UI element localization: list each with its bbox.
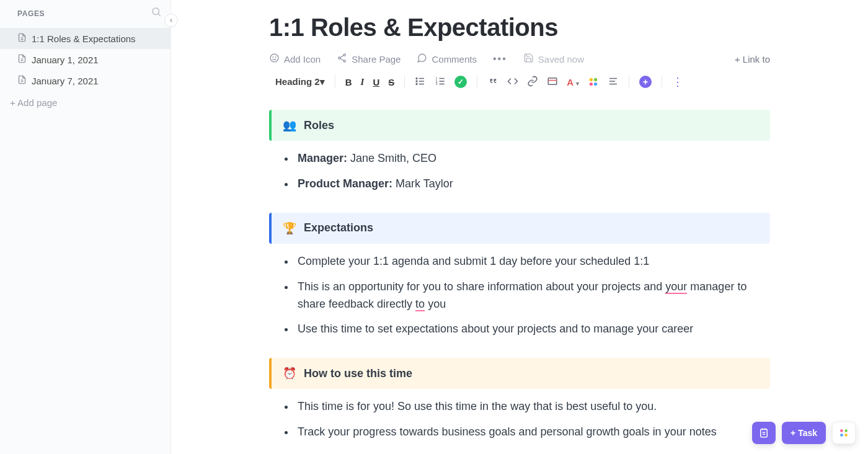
svg-point-8 [270, 54, 278, 62]
highlight-color-button[interactable] [588, 76, 599, 87]
svg-text:3: 3 [436, 82, 438, 86]
comments-button[interactable]: Comments [417, 53, 477, 65]
search-icon[interactable] [151, 6, 162, 20]
toolbar-more-button[interactable]: ⋮ [672, 76, 683, 87]
sidebar-page-label: January 7, 2021 [32, 76, 99, 86]
divider [629, 75, 629, 89]
page-icon [17, 33, 27, 44]
list-item[interactable]: This time is for you! So use this time i… [295, 395, 770, 421]
callout[interactable]: ⏰How to use this time [269, 358, 770, 389]
content-list[interactable]: This time is for you! So use this time i… [269, 389, 770, 450]
comments-label: Comments [432, 54, 477, 65]
svg-point-42 [840, 429, 843, 432]
callout-title: Expectations [304, 221, 373, 234]
divider [404, 75, 405, 89]
svg-point-32 [590, 82, 593, 86]
svg-line-14 [340, 55, 344, 58]
svg-point-45 [844, 434, 848, 437]
sidebar-header: PAGES [0, 0, 170, 25]
callout-title: Roles [304, 119, 334, 132]
svg-point-11 [343, 54, 345, 56]
add-icon-button[interactable]: Add Icon [269, 53, 321, 65]
list-item[interactable]: This is an opportunity for you to share … [295, 275, 770, 318]
link-button[interactable] [527, 76, 538, 88]
numbered-list-button[interactable]: 123 [435, 76, 446, 88]
sidebar-page-label: 1:1 Roles & Expectations [32, 33, 136, 44]
svg-point-20 [416, 81, 417, 82]
page-icon [17, 75, 27, 86]
banner-button[interactable] [547, 76, 558, 88]
svg-point-12 [339, 57, 340, 59]
text-color-button[interactable]: A [567, 78, 579, 87]
notepad-button[interactable] [752, 422, 776, 444]
callout-title: How to use this time [304, 367, 412, 380]
svg-point-33 [594, 82, 597, 86]
document-body[interactable]: 👥RolesManager: Jane Smith, CEOProduct Ma… [269, 110, 770, 450]
content-list[interactable]: Manager: Jane Smith, CEOProduct Manager:… [269, 141, 770, 202]
divider [662, 75, 662, 89]
svg-point-10 [275, 57, 276, 58]
list-item[interactable]: Manager: Jane Smith, CEO [295, 147, 770, 172]
sidebar-page-item[interactable]: January 7, 2021 [0, 70, 170, 91]
save-icon [523, 53, 534, 65]
sidebar-page-label: January 1, 2021 [32, 55, 99, 65]
formatting-toolbar: Heading 2▾ B I U S 123 ✓ [269, 71, 770, 99]
heading-select[interactable]: Heading 2▾ [269, 76, 325, 87]
quote-button[interactable] [487, 76, 498, 88]
collapse-sidebar-button[interactable] [164, 14, 178, 27]
add-icon-label: Add Icon [284, 54, 321, 65]
add-page-button[interactable]: + Add page [0, 91, 170, 114]
sidebar-page-item[interactable]: January 1, 2021 [0, 49, 170, 70]
content-list[interactable]: Complete your 1:1 agenda and submit 1 da… [269, 244, 770, 347]
more-actions-button[interactable]: ••• [493, 53, 507, 65]
list-item[interactable]: Track your progress towards business goa… [295, 421, 770, 446]
list-item[interactable]: Product Manager: Mark Taylor [295, 172, 770, 198]
link-to-button[interactable]: + Link to [735, 54, 770, 65]
divider [477, 75, 477, 89]
bullet-list-button[interactable] [415, 76, 426, 88]
checklist-button[interactable]: ✓ [454, 76, 467, 88]
sidebar: PAGES 1:1 Roles & ExpectationsJanuary 1,… [0, 0, 171, 454]
floating-action-bar: + Task [752, 422, 856, 444]
callout-emoji: 👥 [283, 118, 296, 132]
bold-button[interactable]: B [345, 78, 352, 87]
page-icon [17, 54, 27, 65]
insert-button[interactable]: + [639, 76, 652, 88]
page-title[interactable]: 1:1 Roles & Expectations [269, 14, 770, 42]
svg-point-13 [343, 60, 345, 62]
saved-label: Saved now [538, 54, 584, 65]
svg-point-21 [416, 84, 417, 85]
callout[interactable]: 👥Roles [269, 110, 770, 141]
svg-point-44 [840, 434, 843, 437]
page-list: 1:1 Roles & ExpectationsJanuary 1, 2021J… [0, 25, 170, 91]
divider [335, 75, 335, 89]
document: 1:1 Roles & Expectations Add Icon Share … [247, 0, 792, 454]
share-icon [337, 53, 347, 65]
code-button[interactable] [507, 76, 518, 88]
callout[interactable]: 🏆Expectations [269, 213, 770, 244]
new-task-button[interactable]: + Task [782, 422, 826, 444]
list-item[interactable]: Complete your 1:1 agenda and submit 1 da… [295, 250, 770, 275]
list-item[interactable]: Use this time to set expectations about … [295, 318, 770, 343]
new-task-label: Task [798, 428, 817, 438]
svg-point-31 [594, 78, 597, 81]
comment-icon [417, 53, 427, 65]
callout-emoji: 🏆 [283, 221, 296, 235]
strikethrough-button[interactable]: S [388, 78, 394, 87]
svg-point-30 [590, 78, 593, 81]
svg-point-19 [416, 78, 417, 79]
sidebar-title: PAGES [17, 9, 45, 18]
align-button[interactable] [608, 76, 619, 88]
share-page-label: Share Page [352, 54, 401, 65]
saved-status: Saved now [523, 53, 584, 65]
underline-button[interactable]: U [373, 78, 379, 87]
main: 1:1 Roles & Expectations Add Icon Share … [171, 0, 868, 454]
apps-button[interactable] [832, 422, 856, 444]
svg-line-15 [340, 58, 344, 61]
share-page-button[interactable]: Share Page [337, 53, 401, 65]
italic-button[interactable]: I [361, 78, 365, 87]
svg-point-9 [273, 57, 273, 58]
sidebar-page-item[interactable]: 1:1 Roles & Expectations [0, 28, 170, 49]
smile-icon [269, 53, 280, 65]
svg-rect-28 [548, 78, 557, 85]
